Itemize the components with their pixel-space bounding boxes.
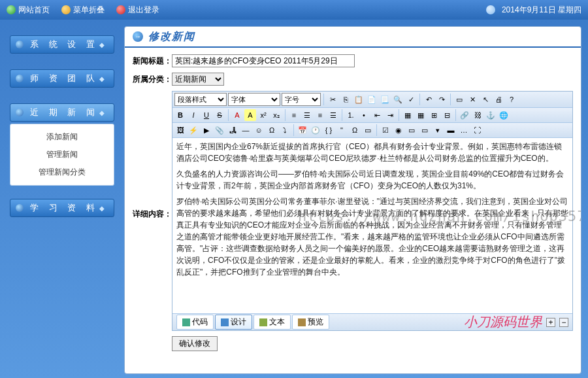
align-justify-icon[interactable]: ☰: [327, 109, 339, 121]
tab-label: 预览: [308, 317, 323, 328]
size-select[interactable]: 字号: [282, 93, 321, 106]
unlink-icon[interactable]: ⛓: [472, 109, 483, 121]
title-input[interactable]: [172, 54, 355, 67]
design-tab-icon: [221, 318, 229, 326]
chevron-icon: ◆: [99, 109, 108, 116]
align-center-icon[interactable]: ☰: [301, 109, 313, 121]
redo-icon[interactable]: ↷: [436, 94, 448, 105]
checkbox-icon[interactable]: ☑: [380, 124, 391, 136]
world-icon[interactable]: 🌐: [498, 109, 510, 121]
collapse-link[interactable]: 菜单折叠: [61, 5, 105, 16]
bullet-icon: [16, 109, 24, 116]
align-right-icon[interactable]: ≡: [314, 109, 326, 121]
sidebar-item-materials[interactable]: 学 习 资 料 ◆: [10, 199, 114, 217]
table-icon[interactable]: ▦: [402, 109, 414, 121]
paste-icon[interactable]: 📋: [353, 94, 365, 105]
button-icon[interactable]: ▬: [445, 124, 457, 136]
italic-icon[interactable]: I: [188, 109, 199, 121]
code-icon[interactable]: { }: [323, 124, 335, 136]
form-icon[interactable]: ▭: [362, 124, 374, 136]
image-icon[interactable]: 🖼: [174, 124, 186, 136]
home-link[interactable]: 网站首页: [7, 5, 50, 16]
content-label: 详细内容：: [133, 91, 172, 220]
ol-icon[interactable]: 1.: [345, 109, 357, 121]
sidebar-item-system[interactable]: 系 统 设 置 ◆: [10, 35, 114, 54]
arrow-icon: [133, 31, 143, 42]
home-icon: [7, 5, 16, 14]
bold-icon[interactable]: B: [174, 109, 186, 121]
submenu-add-news[interactable]: 添加新闻: [10, 128, 114, 146]
copy-icon[interactable]: ⎘: [340, 94, 351, 105]
chevron-icon: ◆: [99, 205, 108, 212]
category-select[interactable]: 近期新闻: [172, 73, 224, 86]
pointer-icon[interactable]: ↖: [480, 94, 491, 105]
find-icon[interactable]: 🔍: [392, 94, 404, 105]
submenu-manage-news[interactable]: 管理新闻: [10, 146, 114, 163]
sup-icon[interactable]: x²: [257, 109, 269, 121]
paste-text-icon[interactable]: 📄: [366, 94, 378, 105]
menu-label: 师 资 团 队: [30, 73, 99, 84]
help-icon[interactable]: ?: [506, 94, 517, 105]
specialchar-icon[interactable]: Ω: [266, 124, 278, 136]
para-3: 罗伯特·哈夫国际公司英国分公司常务董事菲尔·谢里登说："通过与英国经济界交流，我…: [176, 196, 568, 278]
submenu-manage-category[interactable]: 管理新闻分类: [10, 163, 114, 181]
paste-word-icon[interactable]: 📃: [379, 94, 391, 105]
collapse-icon[interactable]: −: [559, 318, 568, 327]
tab-label: 代码: [192, 317, 208, 328]
select-all-icon[interactable]: ▭: [453, 94, 465, 105]
strike-icon[interactable]: S: [214, 109, 225, 121]
align-left-icon[interactable]: ≡: [288, 109, 300, 121]
table-edit-icon[interactable]: ▦: [415, 109, 427, 121]
underline-icon[interactable]: U: [201, 109, 212, 121]
tab-text[interactable]: 文本: [253, 315, 291, 330]
hidden-icon[interactable]: …: [458, 124, 470, 136]
tab-design[interactable]: 设计: [215, 315, 252, 330]
tab-code[interactable]: 代码: [176, 315, 214, 330]
pagebreak-icon[interactable]: ⤵: [279, 124, 291, 136]
expand-icon[interactable]: +: [546, 318, 555, 327]
link-icon[interactable]: 🔗: [459, 109, 470, 121]
input-icon[interactable]: ▭: [406, 124, 417, 136]
radio-icon[interactable]: ◉: [393, 124, 404, 136]
submit-button[interactable]: 确认修改: [172, 336, 218, 351]
file-icon[interactable]: 📎: [214, 124, 225, 136]
textarea-icon[interactable]: ▭: [419, 124, 431, 136]
bg-color-icon[interactable]: A: [244, 109, 256, 121]
font-color-icon[interactable]: A: [231, 109, 243, 121]
font-select[interactable]: 字体: [228, 93, 280, 106]
split-icon[interactable]: ⊟: [441, 109, 453, 121]
media-icon[interactable]: ▶: [201, 124, 212, 136]
indent-icon[interactable]: ⇥: [384, 109, 396, 121]
print-icon[interactable]: 🖨: [493, 94, 504, 105]
select-icon[interactable]: ▾: [432, 124, 444, 136]
omega-icon[interactable]: Ω: [349, 124, 361, 136]
emoji-icon[interactable]: ☺: [253, 124, 265, 136]
code-tab-icon: [182, 318, 190, 326]
logout-link[interactable]: 退出登录: [116, 5, 159, 16]
paragraph-select[interactable]: 段落样式: [174, 93, 227, 106]
sidebar-item-teachers[interactable]: 师 资 团 队 ◆: [10, 69, 114, 88]
anchor-icon[interactable]: ⚓: [485, 109, 497, 121]
time-icon[interactable]: 🕐: [310, 124, 321, 136]
outdent-icon[interactable]: ⇤: [371, 109, 383, 121]
tab-label: 设计: [231, 317, 246, 328]
tab-preview[interactable]: 预览: [292, 315, 329, 330]
date-icon[interactable]: 📅: [297, 124, 308, 136]
ul-icon[interactable]: •: [358, 109, 370, 121]
clear-icon[interactable]: ✕: [466, 94, 478, 105]
chevron-icon: ◆: [99, 41, 108, 48]
fullscreen-icon[interactable]: ⛶: [471, 124, 483, 136]
spell-icon[interactable]: ✓: [405, 94, 417, 105]
hr-icon[interactable]: —: [240, 124, 252, 136]
bullet-icon: [16, 75, 24, 82]
cut-icon[interactable]: ✂: [327, 94, 338, 105]
merge-icon[interactable]: ⊞: [428, 109, 440, 121]
pic-icon[interactable]: 🏞: [227, 124, 238, 136]
topbar: 网站首页 菜单折叠 退出登录 2014年9月11日 星期四: [0, 0, 588, 20]
quote-icon[interactable]: ": [336, 124, 348, 136]
editor-content[interactable]: 近年，英国国内企业67%新近提拔的首席执行官（CEO）都具有财务会计专业背景。例…: [172, 138, 572, 313]
sub-icon[interactable]: x₂: [270, 109, 282, 121]
undo-icon[interactable]: ↶: [423, 94, 434, 105]
sidebar-item-news[interactable]: 近 期 新 闻 ◆: [10, 103, 114, 122]
flash-icon[interactable]: ⚡: [188, 124, 199, 136]
